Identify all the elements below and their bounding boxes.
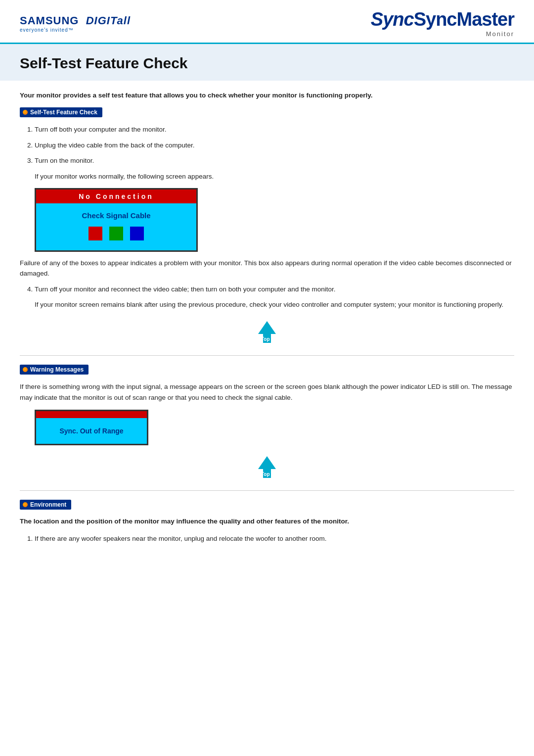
step4-subtext: If your monitor screen remains blank aft… bbox=[35, 299, 514, 310]
main-content: Your monitor provides a self test featur… bbox=[0, 86, 534, 564]
step-3: Turn on the monitor. bbox=[35, 155, 514, 166]
color-boxes bbox=[89, 227, 144, 240]
page-title-bar: Self-Test Feature Check bbox=[0, 44, 534, 81]
warning-badge-dot bbox=[23, 367, 28, 372]
sync-out-of-range-text: Sync. Out of Range bbox=[59, 427, 123, 435]
top-button-container-2[interactable]: Top bbox=[20, 454, 514, 481]
top-button-2[interactable]: Top bbox=[254, 454, 280, 480]
badge-dot bbox=[23, 110, 28, 115]
environment-intro: The location and the position of the mon… bbox=[20, 517, 514, 526]
monitor-box-body: Check Signal Cable bbox=[36, 203, 196, 250]
page-title: Self-Test Feature Check bbox=[20, 55, 514, 72]
self-test-step4-list: Turn off your monitor and reconnect the … bbox=[20, 284, 514, 295]
warning-intro: If there is something wrong with the inp… bbox=[20, 381, 514, 403]
syncmaster-sub: Monitor bbox=[371, 30, 514, 38]
divider-1 bbox=[20, 355, 514, 356]
page-header: SAMSUNG DIGITall everyone's invited™ Syn… bbox=[0, 0, 534, 44]
warning-box-body: Sync. Out of Range bbox=[36, 418, 147, 444]
red-color-box bbox=[89, 227, 102, 240]
step-4: Turn off your monitor and reconnect the … bbox=[35, 284, 514, 295]
samsung-tagline: everyone's invited™ bbox=[20, 27, 74, 33]
top-icon-2: Top bbox=[254, 454, 280, 480]
step3-subtext: If your monitor works normally, the foll… bbox=[35, 171, 514, 182]
step-1: Turn off both your computer and the moni… bbox=[35, 124, 514, 135]
self-test-badge: Self-Test Feature Check bbox=[20, 107, 102, 117]
svg-text:Top: Top bbox=[261, 472, 270, 477]
syncmaster-logo: SyncSyncMaster Monitor bbox=[371, 9, 514, 38]
top-button[interactable]: Top bbox=[254, 319, 280, 345]
monitor-preview-box: No Connection Check Signal Cable bbox=[35, 188, 198, 252]
divider-2 bbox=[20, 490, 514, 491]
warning-preview-box: Sync. Out of Range bbox=[35, 410, 148, 445]
samsung-brand-text: SAMSUNG DIGITall bbox=[20, 14, 131, 27]
environment-badge: Environment bbox=[20, 500, 71, 510]
monitor-no-connection: No Connection bbox=[36, 189, 196, 203]
syncmaster-title: SyncSyncMaster bbox=[371, 9, 514, 30]
step-2: Unplug the video cable from the back of … bbox=[35, 140, 514, 151]
svg-text:Top: Top bbox=[261, 336, 270, 342]
blue-color-box bbox=[130, 227, 144, 240]
check-signal-text: Check Signal Cable bbox=[82, 211, 150, 220]
warning-badge: Warning Messages bbox=[20, 365, 89, 375]
warning-box-red-header bbox=[36, 411, 147, 418]
environment-step-1: If there are any woofer speakers near th… bbox=[35, 533, 514, 544]
environment-badge-dot bbox=[23, 502, 28, 507]
environment-steps: If there are any woofer speakers near th… bbox=[20, 533, 514, 544]
top-button-container[interactable]: Top bbox=[20, 319, 514, 346]
self-test-intro: Your monitor provides a self test featur… bbox=[20, 91, 514, 100]
self-test-steps: Turn off both your computer and the moni… bbox=[20, 124, 514, 166]
samsung-logo: SAMSUNG DIGITall everyone's invited™ bbox=[20, 14, 131, 33]
failure-text: Failure of any of the boxes to appear in… bbox=[20, 258, 514, 279]
top-icon: Top bbox=[254, 319, 280, 345]
green-color-box bbox=[109, 227, 123, 240]
